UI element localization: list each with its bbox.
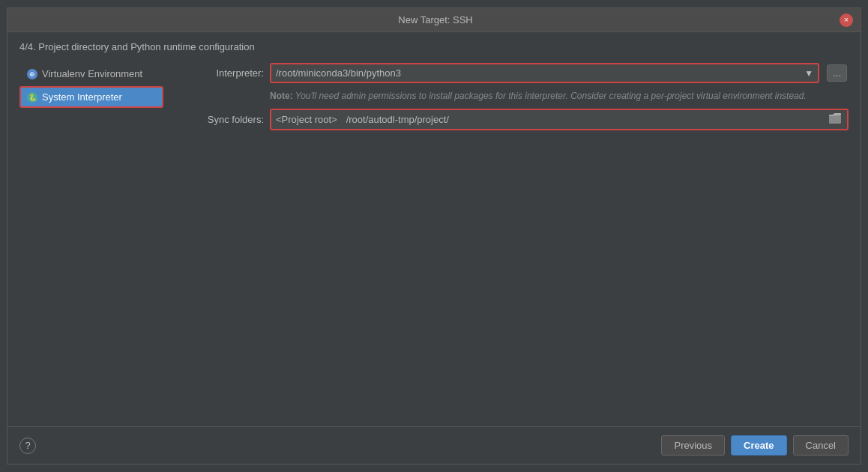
interpreter-input[interactable] [271, 64, 797, 82]
dialog-window: New Target: SSH × 4/4. Project directory… [7, 7, 861, 465]
sync-path-input[interactable] [342, 111, 823, 128]
sync-folders-label: Sync folders: [181, 114, 264, 125]
svg-rect-0 [829, 115, 841, 124]
system-interpreter-label: System Interpreter [42, 91, 122, 103]
step-title: 4/4. Project directory and Python runtim… [19, 41, 849, 52]
titlebar: New Target: SSH × [7, 8, 861, 32]
interpreter-label: Interpreter: [181, 67, 264, 79]
virtualenv-label: Virtualenv Environment [42, 68, 142, 79]
sync-folders-row: Sync folders: <Project root> [181, 109, 849, 130]
footer-left: ? [19, 438, 36, 454]
folder-icon [829, 113, 841, 124]
interpreter-row: Interpreter: ▼ ... [181, 63, 849, 83]
interpreter-more-button[interactable]: ... [827, 64, 847, 82]
sync-folder-button[interactable] [823, 110, 847, 129]
previous-button[interactable]: Previous [661, 435, 725, 456]
create-button[interactable]: Create [731, 435, 786, 456]
content-area: ⊕ Virtualenv Environment 🐍 System Interp… [19, 63, 849, 426]
interpreter-note: Note: You'll need admin permissions to i… [270, 91, 849, 101]
note-bold: Note: [270, 91, 293, 101]
python-icon: 🐍 [27, 92, 37, 103]
interpreter-dropdown-button[interactable]: ▼ [800, 65, 818, 82]
sidebar-item-system-interpreter[interactable]: 🐍 System Interpreter [19, 86, 163, 108]
cancel-button[interactable]: Cancel [793, 435, 849, 456]
right-panel: Interpreter: ▼ ... Note: You'll need adm… [169, 63, 849, 426]
close-button[interactable]: × [840, 13, 853, 27]
left-panel: ⊕ Virtualenv Environment 🐍 System Interp… [19, 63, 169, 426]
interpreter-input-container: ▼ [270, 63, 819, 83]
globe-icon: ⊕ [27, 69, 37, 79]
dialog-footer: ? Previous Create Cancel [7, 426, 861, 464]
footer-right: Previous Create Cancel [661, 435, 849, 456]
dialog-title: New Target: SSH [31, 14, 840, 25]
dialog-body: 4/4. Project directory and Python runtim… [7, 32, 861, 426]
help-button[interactable]: ? [19, 438, 36, 454]
sidebar-item-virtualenv[interactable]: ⊕ Virtualenv Environment [19, 63, 163, 85]
note-text: You'll need admin permissions to install… [293, 91, 807, 101]
sync-input-container: <Project root> [270, 109, 849, 130]
sync-project-root: <Project root> [271, 111, 342, 128]
